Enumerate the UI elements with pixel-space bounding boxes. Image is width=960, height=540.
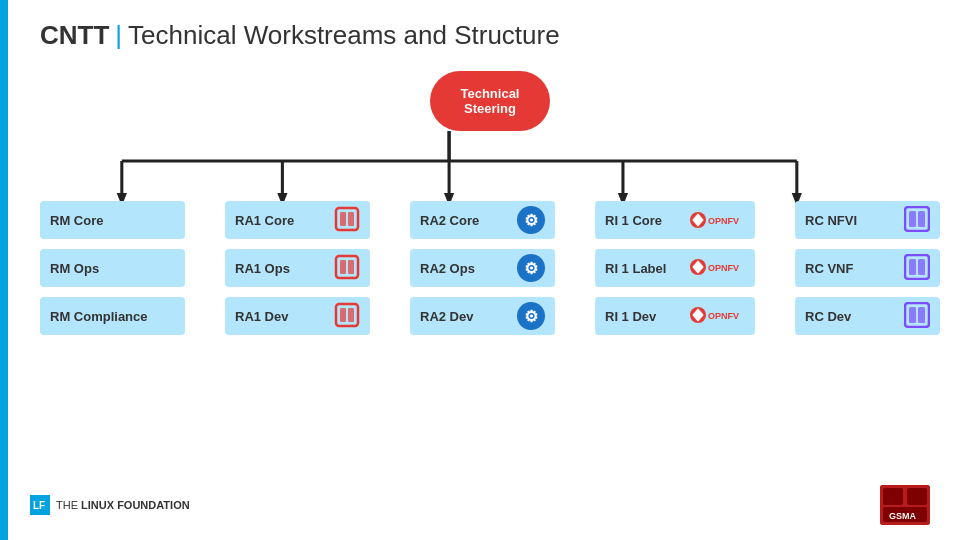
ra1-ops-icon [334,254,360,283]
box-ri1-core: RI 1 Core OPNFV [595,201,755,239]
columns-container: RM Core RM Ops RM Compliance RA1 Core [40,201,940,335]
ri1-core-label: RI 1 Core [605,213,662,228]
svg-rect-31 [909,211,916,227]
svg-rect-20 [348,308,354,322]
ra1-ops-label: RA1 Ops [235,261,290,276]
ra2-ops-label: RA2 Ops [420,261,475,276]
svg-text:OPNFV: OPNFV [708,311,739,321]
box-rc-dev: RC Dev [795,297,940,335]
svg-rect-30 [905,207,929,231]
box-rc-nfvi: RC NFVI [795,201,940,239]
box-ra1-core: RA1 Core [225,201,370,239]
lf-icon: LF [30,495,50,515]
page-container: CNTT|Technical Workstreams and Structure [0,0,960,540]
box-ra2-dev: RA2 Dev ⚙ [410,297,555,335]
box-ra1-ops: RA1 Ops [225,249,370,287]
ra1-dev-icon [334,302,360,331]
ri1-core-opnfv-icon: OPNFV [690,209,745,231]
svg-rect-14 [348,212,354,226]
svg-rect-43 [907,488,927,505]
svg-rect-12 [336,208,358,230]
box-ri1-label: RI 1 Label OPNFV [595,249,755,287]
lf-text: THE LINUX FOUNDATION [56,499,190,511]
svg-rect-32 [918,211,925,227]
svg-rect-16 [340,260,346,274]
svg-rect-15 [336,256,358,278]
box-rm-ops: RM Ops [40,249,185,287]
box-ra1-dev: RA1 Dev [225,297,370,335]
diagram: Technical Steering RM Core RM Ops RM Com… [40,71,940,471]
box-ra2-ops: RA2 Ops ⚙ [410,249,555,287]
rc-nfvi-icon [904,206,930,235]
svg-rect-33 [905,255,929,279]
footer: LF THE LINUX FOUNDATION GSMA [30,485,930,525]
ra1-core-icon [334,206,360,235]
svg-rect-17 [348,260,354,274]
column-ra1: RA1 Core RA1 Ops [225,201,370,335]
page-title: CNTT|Technical Workstreams and Structure [40,20,930,51]
box-rm-compliance: RM Compliance [40,297,185,335]
svg-text:OPNFV: OPNFV [708,216,739,226]
svg-rect-34 [909,259,916,275]
svg-rect-36 [905,303,929,327]
ri1-dev-label: RI 1 Dev [605,309,656,324]
box-rm-core: RM Core [40,201,185,239]
svg-text:OPNFV: OPNFV [708,263,739,273]
ra1-core-label: RA1 Core [235,213,294,228]
rc-vnf-icon [904,254,930,283]
column-ra2: RA2 Core ⚙ RA2 Ops ⚙ RA2 Dev ⚙ [410,201,555,335]
rm-core-label: RM Core [50,213,103,228]
svg-rect-38 [918,307,925,323]
ri1-label-label: RI 1 Label [605,261,666,276]
svg-rect-19 [340,308,346,322]
rm-ops-label: RM Ops [50,261,99,276]
svg-text:GSMA: GSMA [889,511,917,521]
rc-vnf-label: RC VNF [805,261,853,276]
steering-node: Technical Steering [430,71,550,131]
column-rc: RC NFVI RC VNF [795,201,940,335]
column-rm: RM Core RM Ops RM Compliance [40,201,185,335]
ra2-dev-icon: ⚙ [517,302,545,330]
svg-rect-13 [340,212,346,226]
ra2-ops-icon: ⚙ [517,254,545,282]
rm-compliance-label: RM Compliance [50,309,148,324]
ri1-label-opnfv-icon: OPNFV [690,256,745,281]
svg-rect-35 [918,259,925,275]
linux-foundation-logo: LF THE LINUX FOUNDATION [30,495,190,515]
ra2-core-icon: ⚙ [517,206,545,234]
ra2-core-label: RA2 Core [420,213,479,228]
svg-rect-37 [909,307,916,323]
ra1-dev-label: RA1 Dev [235,309,288,324]
gsma-logo: GSMA [880,485,930,525]
svg-text:LF: LF [33,500,45,511]
box-ra2-core: RA2 Core ⚙ [410,201,555,239]
box-ri1-dev: RI 1 Dev OPNFV [595,297,755,335]
rc-nfvi-label: RC NFVI [805,213,857,228]
box-rc-vnf: RC VNF [795,249,940,287]
svg-rect-18 [336,304,358,326]
rc-dev-icon [904,302,930,331]
column-ri1: RI 1 Core OPNFV RI 1 Label [595,201,755,335]
ra2-dev-label: RA2 Dev [420,309,473,324]
svg-rect-42 [883,488,903,505]
ri1-dev-opnfv-icon: OPNFV [690,304,745,329]
rc-dev-label: RC Dev [805,309,851,324]
